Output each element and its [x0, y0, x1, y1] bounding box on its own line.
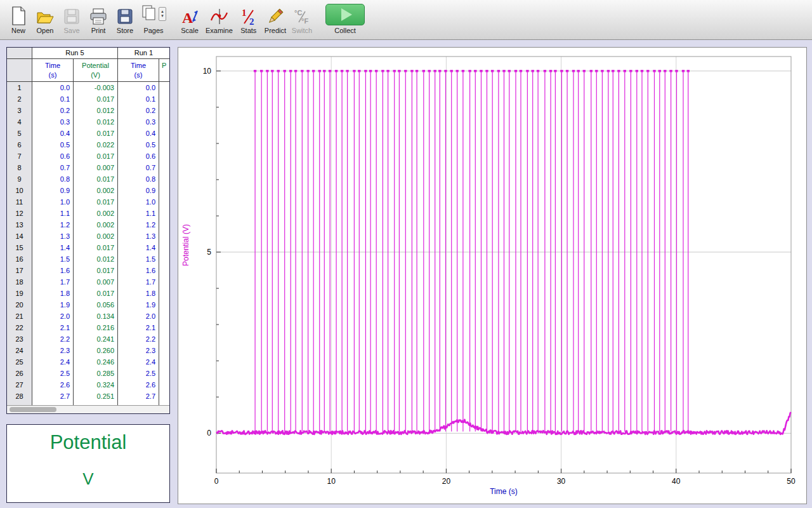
table-cell [159, 116, 169, 128]
table-row[interactable]: 151.40.0171.4 [7, 242, 169, 253]
table-cell: 0.017 [74, 196, 118, 208]
column-header[interactable]: P [159, 59, 169, 81]
table-row[interactable]: 171.60.0171.6 [7, 265, 169, 276]
table-row[interactable]: 60.50.0220.5 [7, 139, 169, 150]
table-cell: 1.1 [118, 208, 159, 219]
scale-label: Scale [181, 27, 199, 34]
table-cell: 0.3 [32, 116, 74, 128]
table-cell [159, 185, 169, 196]
table-row[interactable]: 121.10.0021.1 [7, 208, 169, 219]
graph-panel[interactable]: 010203040500510Time (s)Potential (V) [178, 47, 807, 504]
table-cell: 2.7 [118, 391, 159, 402]
table-cell: 1.3 [32, 231, 74, 242]
table-cell [159, 391, 169, 402]
save-floppy-icon [63, 3, 81, 27]
store-label: Store [117, 27, 133, 34]
table-cell: 0.260 [74, 345, 118, 356]
collect-play-icon[interactable] [325, 4, 365, 25]
row-number: 7 [7, 150, 32, 162]
table-cell: 2.1 [32, 322, 74, 333]
column-header[interactable]: Time(s) [118, 59, 159, 81]
table-row[interactable]: 20.10.0170.1 [7, 93, 169, 105]
table-cell: 2.2 [32, 333, 74, 345]
stats-button[interactable]: 1 2 Stats [238, 3, 259, 34]
table-cell: 0.251 [74, 391, 118, 402]
table-cell: 0.017 [74, 93, 118, 105]
table-cell: 0.012 [74, 105, 118, 116]
table-row[interactable]: 212.00.1342.0 [7, 311, 169, 322]
table-cell: 0.3 [118, 116, 159, 128]
table-row[interactable]: 30.20.0120.2 [7, 105, 169, 116]
examine-button[interactable]: Examine [206, 3, 233, 34]
chart-svg[interactable]: 010203040500510Time (s)Potential (V) [178, 48, 806, 504]
table-row[interactable]: 131.20.0021.2 [7, 219, 169, 231]
print-label: Print [91, 27, 106, 34]
table-cell: 0.6 [32, 150, 74, 162]
table-row[interactable]: 181.70.0071.7 [7, 276, 169, 288]
row-number: 8 [7, 162, 32, 173]
table-cell: 0.7 [118, 162, 159, 173]
table-row[interactable]: 242.30.2602.3 [7, 345, 169, 356]
table-row[interactable]: 201.90.0561.9 [7, 299, 169, 311]
stats-icon: 1 2 [240, 3, 257, 27]
data-table-panel: Run 5 Run 1 Time(s)Potential(V)Time(s)P … [6, 47, 170, 414]
scale-button[interactable]: A Scale [179, 3, 200, 34]
row-number: 23 [7, 333, 32, 345]
store-button[interactable]: Store [114, 3, 136, 34]
table-cell: 2.0 [118, 311, 159, 322]
table-row[interactable]: 161.50.0121.5 [7, 253, 169, 265]
table-cell: 0.5 [32, 139, 74, 150]
table-row[interactable]: 232.20.2412.2 [7, 333, 169, 345]
table-horizontal-scrollbar[interactable] [7, 405, 169, 413]
open-button[interactable]: Open [34, 3, 56, 34]
table-cell: 0.9 [118, 185, 159, 196]
table-row[interactable]: 252.40.2462.4 [7, 356, 169, 368]
column-header[interactable]: Time(s) [32, 59, 74, 81]
table-cell [159, 128, 169, 139]
column-header[interactable]: Potential(V) [74, 59, 118, 81]
table-cell: 2.4 [118, 356, 159, 368]
table-cell: 0.5 [118, 139, 159, 150]
svg-text:°C: °C [294, 9, 302, 17]
table-corner-cell [7, 48, 32, 58]
table-row[interactable]: 100.90.0020.9 [7, 185, 169, 196]
table-row[interactable]: 191.80.0171.8 [7, 288, 169, 299]
new-button[interactable]: New [8, 3, 29, 34]
table-cell [159, 265, 169, 276]
printer-icon [89, 3, 107, 27]
potential-meter-box: Potential V [6, 424, 170, 503]
table-cell: 0.7 [32, 162, 74, 173]
table-row[interactable]: 111.00.0171.0 [7, 196, 169, 208]
collect-button[interactable]: Collect [325, 3, 365, 34]
table-row[interactable]: 141.30.0021.3 [7, 231, 169, 242]
table-row[interactable]: 50.40.0170.4 [7, 128, 169, 139]
pages-button[interactable]: ▲▼ Pages [141, 3, 166, 34]
table-row[interactable]: 80.70.0070.7 [7, 162, 169, 173]
predict-label: Predict [265, 27, 286, 34]
table-row[interactable]: 90.80.0170.8 [7, 173, 169, 185]
svg-text:Potential (V): Potential (V) [181, 224, 190, 266]
table-cell [159, 322, 169, 333]
table-cell: 1.7 [32, 276, 74, 288]
table-row[interactable]: 40.30.0120.3 [7, 116, 169, 128]
table-row[interactable]: 222.10.2162.1 [7, 322, 169, 333]
table-cell [159, 162, 169, 173]
row-number: 28 [7, 391, 32, 402]
table-row[interactable]: 282.70.2512.7 [7, 391, 169, 402]
table-cell: 2.2 [118, 333, 159, 345]
table-row[interactable]: 272.60.3242.6 [7, 379, 169, 391]
pages-icon [141, 4, 157, 24]
pages-spinner[interactable]: ▲▼ [159, 7, 166, 21]
print-button[interactable]: Print [88, 3, 109, 34]
run-header-run5[interactable]: Run 5 [32, 48, 118, 58]
run-header-run1[interactable]: Run 1 [118, 48, 169, 58]
table-cell: 0.8 [118, 173, 159, 185]
table-row[interactable]: 10.0-0.0030.0 [7, 82, 169, 93]
table-col-headers: Time(s)Potential(V)Time(s)P [7, 59, 169, 82]
table-row[interactable]: 70.60.0170.6 [7, 150, 169, 162]
table-cell: 2.3 [32, 345, 74, 356]
scrollbar-thumb[interactable] [10, 407, 56, 412]
predict-button[interactable]: Predict [265, 3, 286, 34]
table-row[interactable]: 262.50.2852.5 [7, 368, 169, 379]
table-cell [159, 253, 169, 265]
